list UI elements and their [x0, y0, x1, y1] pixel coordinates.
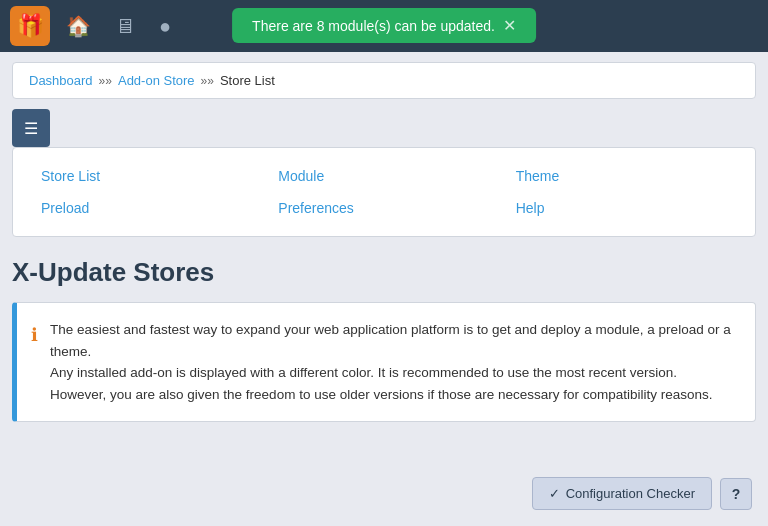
breadcrumb-dashboard[interactable]: Dashboard: [29, 73, 93, 88]
nav-module[interactable]: Module: [270, 164, 497, 188]
breadcrumb-current: Store List: [220, 73, 275, 88]
menu-toggle-button[interactable]: ☰: [12, 109, 50, 147]
info-icon: ℹ: [31, 321, 38, 405]
logo-icon: 🎁: [10, 6, 50, 46]
nav-theme[interactable]: Theme: [508, 164, 735, 188]
page-title: X-Update Stores: [12, 257, 756, 288]
top-nav: 🎁 🏠 🖥 ● There are 8 module(s) can be upd…: [0, 0, 768, 52]
nav-store-list[interactable]: Store List: [33, 164, 260, 188]
info-text-line2: Any installed add-on is displayed with a…: [50, 365, 713, 402]
info-text-line1: The easiest and fastest way to expand yo…: [50, 322, 731, 359]
hamburger-icon: ☰: [24, 119, 38, 138]
info-box: ℹ The easiest and fastest way to expand …: [12, 302, 756, 422]
help-button[interactable]: ?: [720, 478, 752, 510]
nav-preload[interactable]: Preload: [33, 196, 260, 220]
bottom-bar: ✓ Configuration Checker ?: [532, 477, 752, 510]
check-icon: ✓: [549, 486, 560, 501]
notification-banner: There are 8 module(s) can be updated. ✕: [232, 8, 536, 43]
circle-icon[interactable]: ●: [151, 9, 179, 44]
breadcrumb-addon-store[interactable]: Add-on Store: [118, 73, 195, 88]
breadcrumb: Dashboard »» Add-on Store »» Store List: [12, 62, 756, 99]
nav-preferences[interactable]: Preferences: [270, 196, 497, 220]
home-icon[interactable]: 🏠: [58, 8, 99, 44]
monitor-icon[interactable]: 🖥: [107, 9, 143, 44]
notification-close-button[interactable]: ✕: [503, 16, 516, 35]
nav-menu: Store List Module Theme Preload Preferen…: [12, 147, 756, 237]
config-checker-label: Configuration Checker: [566, 486, 695, 501]
breadcrumb-sep-2: »»: [201, 74, 214, 88]
breadcrumb-sep-1: »»: [99, 74, 112, 88]
configuration-checker-button[interactable]: ✓ Configuration Checker: [532, 477, 712, 510]
info-text: The easiest and fastest way to expand yo…: [50, 319, 735, 405]
nav-help[interactable]: Help: [508, 196, 735, 220]
notification-text: There are 8 module(s) can be updated.: [252, 18, 495, 34]
